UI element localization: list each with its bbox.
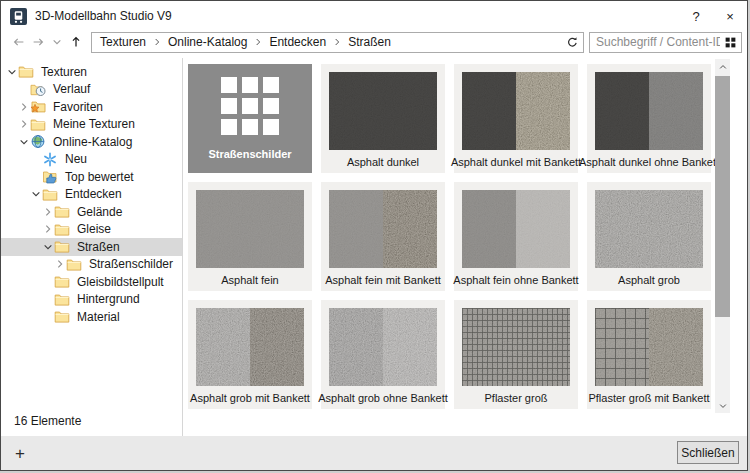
tree-expander-closed-icon[interactable] [17, 102, 30, 112]
tree-item-entdecken[interactable]: Entdecken [1, 186, 182, 204]
vertical-scrollbar[interactable] [715, 59, 730, 413]
texture-thumbnail [462, 190, 570, 268]
folder-icon [18, 64, 35, 80]
grain-overlay [329, 190, 383, 268]
texture-tile-asphalt-dunkel-mit-bankett[interactable]: Asphalt dunkel mit Bankett [454, 64, 578, 173]
tree-item-top-bewertet[interactable]: Top bewertet [1, 168, 182, 186]
refresh-icon[interactable] [561, 33, 583, 52]
grain-overlay [250, 308, 304, 386]
tree-expander-closed-icon[interactable] [17, 119, 30, 129]
tree-item-gleise[interactable]: Gleise [1, 221, 182, 239]
favorites-icon [30, 99, 47, 115]
texture-tile-asphalt-fein[interactable]: Asphalt fein [188, 182, 312, 291]
texture-thumbnail [595, 72, 703, 150]
tree-item-online-katalog[interactable]: Online-Katalog [1, 133, 182, 151]
tree-expander-open-icon[interactable] [5, 67, 18, 77]
tree-item-gleisbildstellpult[interactable]: Gleisbildstellpult [1, 273, 182, 291]
back-button[interactable] [9, 32, 28, 52]
scrollbar-thumb[interactable] [715, 76, 730, 317]
navigation-toolbar: TexturenOnline-KatalogEntdeckenStraßen [1, 31, 747, 58]
tree-expander-closed-icon[interactable] [53, 259, 66, 269]
thumbsup-icon [42, 169, 59, 185]
tree-item-stra-en[interactable]: Straßen [1, 238, 182, 256]
tree-item-neu[interactable]: Neu [1, 151, 182, 169]
folder-icon [66, 256, 83, 272]
add-button[interactable]: + [15, 445, 25, 462]
texture-tile-asphalt-grob-mit-bankett[interactable]: Asphalt grob mit Bankett [188, 300, 312, 409]
tree-expander-open-icon[interactable] [17, 137, 30, 147]
tree-expander-closed-icon[interactable] [41, 207, 54, 217]
grain-overlay [595, 72, 649, 150]
texture-tile-asphalt-fein-ohne-bankett[interactable]: Asphalt fein ohne Bankett [454, 182, 578, 291]
tree-item-label: Gleisbildstellpult [77, 275, 164, 289]
texture-tile-asphalt-grob[interactable]: Asphalt grob [587, 182, 711, 291]
tile-label: Asphalt grob [618, 268, 680, 291]
texture-half [595, 308, 649, 386]
breadcrumb-bar: TexturenOnline-KatalogEntdeckenStraßen [91, 32, 584, 53]
tree-expander-closed-icon[interactable] [41, 224, 54, 234]
grain-overlay [462, 72, 516, 150]
tree-item-label: Hintergrund [77, 292, 140, 306]
scroll-down-icon[interactable] [715, 398, 730, 413]
search-input[interactable] [596, 35, 720, 49]
tree-item-gel-nde[interactable]: Gelände [1, 203, 182, 221]
texture-half [516, 72, 570, 150]
breadcrumb-item[interactable]: Texturen [100, 35, 146, 49]
help-button[interactable]: ? [679, 1, 713, 31]
texture-thumbnail [329, 190, 437, 268]
tree-item-label: Entdecken [65, 187, 122, 201]
app-icon [10, 8, 27, 25]
texture-half [329, 308, 383, 386]
texture-tile-pflaster-gro[interactable]: Pflaster groß [454, 300, 578, 409]
texture-tile-asphalt-dunkel[interactable]: Asphalt dunkel [321, 64, 445, 173]
tree-item-label: Texturen [41, 65, 87, 79]
grain-overlay [595, 308, 649, 386]
tree-item-label: Gleise [77, 222, 111, 236]
tile-label: Asphalt fein ohne Bankett [453, 268, 578, 291]
tree-item-hintergrund[interactable]: Hintergrund [1, 291, 182, 309]
texture-tile-asphalt-dunkel-ohne-bankett[interactable]: Asphalt dunkel ohne Bankett [587, 64, 711, 173]
texture-half [649, 72, 703, 150]
folder-icon [42, 186, 59, 202]
tree-item-texturen[interactable]: Texturen [1, 63, 182, 81]
tree-item-label: Gelände [77, 205, 122, 219]
content-id-grid-icon[interactable] [724, 36, 737, 49]
grain-overlay [595, 190, 703, 268]
tree-item-favoriten[interactable]: Favoriten [1, 98, 182, 116]
history-dropdown-button[interactable] [47, 32, 66, 52]
tree-item-meine-texturen[interactable]: Meine Texturen [1, 116, 182, 134]
breadcrumb-item[interactable]: Entdecken [269, 35, 326, 49]
texture-panel: StraßenschilderAsphalt dunkelAsphalt dun… [183, 58, 747, 436]
grain-overlay [196, 190, 304, 268]
forward-button[interactable] [28, 32, 47, 52]
texture-tile-stra-enschilder[interactable]: Straßenschilder [188, 64, 312, 173]
breadcrumb: TexturenOnline-KatalogEntdeckenStraßen [100, 35, 391, 49]
tree-expander-open-icon[interactable] [29, 189, 42, 199]
grain-overlay [516, 72, 570, 150]
chevron-right-icon [153, 38, 161, 46]
tile-label: Pflaster groß [485, 386, 548, 409]
tile-label: Asphalt dunkel ohne Bankett [579, 150, 719, 173]
texture-thumbnail [329, 308, 437, 386]
footer-bar: + Schließen [1, 436, 747, 470]
up-button[interactable] [66, 32, 85, 52]
tree-expander-open-icon[interactable] [41, 242, 54, 252]
close-dialog-button[interactable]: Schließen [677, 441, 739, 464]
texture-thumbnail [329, 72, 437, 150]
tree-item-label: Straßen [77, 240, 120, 254]
texture-tile-asphalt-fein-mit-bankett[interactable]: Asphalt fein mit Bankett [321, 182, 445, 291]
tree-item-verlauf[interactable]: Verlauf [1, 81, 182, 99]
tree-item-stra-enschilder[interactable]: Straßenschilder [1, 256, 182, 274]
window-title: 3D-Modellbahn Studio V9 [35, 9, 172, 23]
breadcrumb-item[interactable]: Online-Katalog [168, 35, 247, 49]
close-window-button[interactable]: × [713, 1, 747, 31]
grain-overlay [196, 308, 250, 386]
breadcrumb-item[interactable]: Straßen [348, 35, 391, 49]
tile-label: Asphalt dunkel [347, 150, 419, 173]
texture-tile-asphalt-grob-ohne-bankett[interactable]: Asphalt grob ohne Bankett [321, 300, 445, 409]
tree-item-material[interactable]: Material [1, 308, 182, 326]
texture-tile-pflaster-gro-mit-bankett[interactable]: Pflaster groß mit Bankett [587, 300, 711, 409]
scroll-up-icon[interactable] [715, 59, 730, 74]
history-icon [30, 81, 47, 97]
tile-label: Asphalt grob ohne Bankett [318, 386, 448, 409]
